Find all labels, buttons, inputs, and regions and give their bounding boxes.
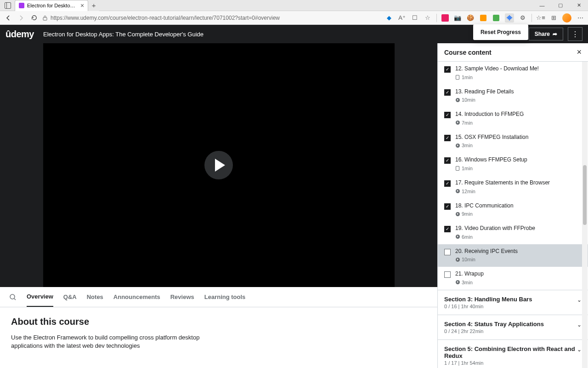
extension-5-icon[interactable] (492, 14, 500, 22)
content-tabs: OverviewQ&ANotesAnnouncementsReviewsLear… (0, 287, 437, 307)
lecture-item[interactable]: 16. Windows FFMPEG Setup1min (438, 153, 588, 176)
lecture-title: 20. Receiving IPC Events (455, 248, 582, 255)
section-title: Section 5: Combining Electron with React… (444, 345, 577, 359)
play-button[interactable] (204, 151, 233, 179)
collections-icon[interactable]: ⊞ (549, 14, 558, 22)
settings-gear-icon[interactable]: ⚙ (519, 14, 527, 22)
favorite-icon[interactable]: ☆ (424, 14, 432, 22)
lecture-checkbox[interactable] (444, 89, 451, 96)
close-window-button[interactable]: ✕ (570, 0, 588, 11)
tab-overview[interactable]: Overview (27, 287, 53, 307)
more-options-button[interactable]: ⋮ (568, 27, 582, 41)
lecture-checkbox[interactable] (444, 271, 451, 278)
share-button[interactable]: Share ➦ (529, 28, 563, 40)
lecture-item[interactable]: 19. Video Duration with FFProbe6min (438, 221, 588, 244)
course-title[interactable]: Electron for Desktop Apps: The Complete … (43, 31, 204, 38)
section-meta: 1 / 17 | 1hr 54min (444, 360, 577, 366)
document-icon (455, 166, 460, 171)
lecture-checkbox[interactable] (444, 112, 451, 118)
video-icon (455, 212, 460, 216)
tab-announcements[interactable]: Announcements (113, 287, 160, 307)
svg-point-1 (10, 294, 15, 299)
lecture-meta: 1min (455, 75, 582, 80)
scrollbar-thumb[interactable] (583, 165, 587, 225)
lecture-meta: 1min (455, 166, 582, 171)
udemy-header: ûdemy Electron for Desktop Apps: The Com… (0, 25, 588, 43)
url-text: https://www.udemy.com/course/electron-re… (51, 15, 280, 21)
video-player[interactable] (43, 43, 395, 287)
extensions-button[interactable] (505, 13, 514, 23)
video-icon (455, 280, 460, 285)
play-icon (215, 159, 225, 172)
video-icon (455, 235, 460, 239)
tab-q-a[interactable]: Q&A (63, 287, 77, 307)
tab-close-icon[interactable]: × (80, 2, 84, 9)
section-title: Section 4: Status Tray Applications (444, 321, 544, 328)
sidebar-scrollbar[interactable] (582, 62, 588, 368)
section-header[interactable]: Section 4: Status Tray Applications0 / 2… (438, 315, 588, 339)
favorites-bar-icon[interactable]: ☆≡ (537, 14, 545, 22)
share-arrow-icon: ➦ (553, 31, 557, 37)
lecture-item[interactable]: 17. Require Statements in the Browser12m… (438, 176, 588, 199)
extension-3-icon[interactable]: 🍪 (466, 14, 475, 22)
read-aloud-icon[interactable]: A⁺ (398, 14, 406, 22)
lecture-checkbox[interactable] (444, 135, 451, 141)
lecture-checkbox[interactable] (444, 180, 451, 187)
section-title: Section 3: Handling Menu Bars (444, 296, 532, 303)
forward-button[interactable] (17, 13, 26, 23)
reset-progress-popup[interactable]: Reset Progress (473, 24, 528, 40)
profile-avatar[interactable] (562, 13, 571, 23)
lecture-checkbox[interactable] (444, 157, 451, 164)
maximize-button[interactable]: ▢ (551, 0, 570, 11)
section-header[interactable]: Section 5: Combining Electron with React… (438, 339, 588, 368)
new-tab-button[interactable]: + (88, 0, 99, 11)
search-tab[interactable] (9, 287, 17, 307)
lecture-title: 15. OSX FFMPEG Installation (455, 134, 582, 141)
extension-4-icon[interactable] (479, 14, 487, 22)
shopping-tag-icon[interactable]: ◆ (385, 14, 393, 22)
tab-learning-tools[interactable]: Learning tools (204, 287, 246, 307)
sidebar-toggle-icon[interactable] (4, 1, 12, 10)
extension-1-icon[interactable] (441, 14, 449, 22)
lecture-checkbox[interactable] (444, 249, 451, 255)
lecture-item[interactable]: 18. IPC Communication9min (438, 199, 588, 222)
lecture-duration: 3min (462, 143, 473, 148)
translate-icon[interactable]: ☐ (411, 14, 419, 22)
udemy-logo[interactable]: ûdemy (6, 29, 34, 40)
more-menu-button[interactable]: ⋯ (576, 14, 584, 22)
extension-2-icon[interactable]: 📷 (453, 14, 462, 22)
tab-reviews[interactable]: Reviews (170, 287, 194, 307)
video-icon (455, 189, 460, 194)
lecture-checkbox[interactable] (444, 226, 451, 232)
lecture-item[interactable]: 21. Wrapup3min (438, 267, 588, 290)
lecture-duration: 3min (462, 280, 473, 285)
lecture-checkbox[interactable] (444, 203, 451, 210)
browser-tab[interactable]: Electron for Desktop Apps: The C × (15, 0, 88, 11)
close-sidebar-button[interactable]: × (577, 47, 582, 57)
lecture-item[interactable]: 14. Introduction to FFMPEG7min (438, 107, 588, 130)
about-description: Use the Electron Framework to build comp… (11, 334, 204, 350)
refresh-button[interactable] (29, 13, 39, 23)
chevron-down-icon: ⌄ (577, 322, 582, 328)
back-button[interactable] (4, 13, 13, 23)
lecture-duration: 9min (462, 211, 473, 217)
lecture-meta: 3min (455, 143, 582, 148)
lecture-item[interactable]: 13. Reading File Details10min (438, 85, 588, 108)
minimize-button[interactable]: — (533, 0, 551, 11)
tab-notes[interactable]: Notes (87, 287, 103, 307)
lecture-item[interactable]: 20. Receiving IPC Events10min (438, 244, 588, 267)
lecture-meta: 3min (455, 280, 582, 285)
lecture-title: 18. IPC Communication (455, 202, 582, 210)
udemy-favicon-icon (19, 3, 24, 8)
lecture-title: 12. Sample Video - Download Me! (455, 65, 582, 73)
lecture-title: 13. Reading File Details (455, 88, 582, 96)
url-input[interactable]: https://www.udemy.com/course/electron-re… (42, 15, 381, 21)
lecture-item[interactable]: 12. Sample Video - Download Me!1min (438, 62, 588, 85)
lecture-item[interactable]: 15. OSX FFMPEG Installation3min (438, 130, 588, 153)
lecture-duration: 7min (462, 120, 473, 126)
lecture-duration: 10min (462, 257, 475, 262)
chevron-down-icon: ⌄ (577, 346, 582, 353)
lecture-checkbox[interactable] (444, 66, 451, 73)
section-header[interactable]: Section 3: Handling Menu Bars0 / 16 | 1h… (438, 290, 588, 315)
lecture-meta: 12min (455, 189, 582, 194)
